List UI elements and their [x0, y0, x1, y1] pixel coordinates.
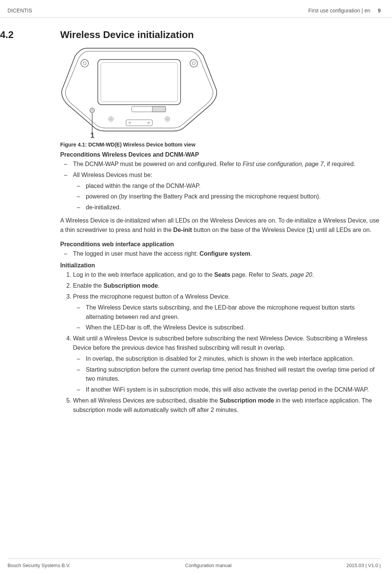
- svg-point-4: [190, 59, 198, 67]
- nested-list: In overlap, the subscription is disabled…: [73, 354, 381, 395]
- page-number: 9: [378, 8, 381, 14]
- preconditions-devices-heading: Preconditions Wireless Devices and DCNM-…: [60, 151, 381, 158]
- svg-rect-0: [98, 59, 181, 105]
- svg-point-3: [83, 62, 86, 65]
- list-item: placed within the range of the DCNM-WAP.: [86, 181, 381, 191]
- list-item: When all Wireless Devices are subscribed…: [73, 396, 381, 415]
- svg-point-5: [192, 62, 195, 65]
- svg-rect-16: [152, 107, 166, 112]
- list-item: de-initialized.: [86, 203, 381, 212]
- list-item: Starting subscription before the current…: [86, 365, 381, 384]
- svg-point-13: [129, 122, 131, 124]
- deinit-paragraph: A Wireless Device is de-initialized when…: [60, 216, 381, 235]
- footer-center: Configuration manual: [185, 563, 232, 568]
- initialization-heading: Initialization: [60, 262, 381, 269]
- list-item: Log in to the web interface application,…: [73, 270, 381, 280]
- svg-point-6: [90, 108, 94, 113]
- preconditions-web-list: The logged in user must have the access …: [60, 249, 381, 259]
- device-diagram-icon: 1: [60, 44, 218, 139]
- list-item: powered on (by inserting the Battery Pac…: [86, 192, 381, 201]
- preconditions-devices-list: The DCNM-WAP must be powered on and conf…: [60, 160, 381, 212]
- svg-point-7: [91, 110, 93, 111]
- device-figure: 1: [60, 44, 381, 139]
- list-item: Press the microphone request button of a…: [73, 292, 381, 332]
- svg-point-8: [109, 117, 113, 121]
- svg-rect-12: [126, 120, 152, 126]
- list-item: Enable the Subscription mode.: [73, 281, 381, 291]
- section-number: 4.2: [0, 29, 60, 419]
- header-left: DICENTIS: [8, 8, 32, 14]
- list-item: Wait until a Wireless Device is subscrib…: [73, 334, 381, 395]
- section-title: Wireless Device initialization: [60, 29, 381, 41]
- header-section: First use configuration | en: [308, 8, 370, 14]
- main-content: Wireless Device initialization: [60, 29, 381, 419]
- nested-list: The Wireless Device starts subscribing, …: [73, 303, 381, 332]
- list-item: In overlap, the subscription is disabled…: [86, 354, 381, 364]
- preconditions-web-heading: Preconditions web interface application: [60, 241, 381, 248]
- page-footer: Bosch Security Systems B.V. Configuratio…: [8, 558, 381, 568]
- svg-point-9: [110, 118, 112, 120]
- svg-rect-1: [101, 63, 178, 102]
- list-item: The logged in user must have the access …: [73, 249, 381, 259]
- svg-point-11: [167, 118, 169, 120]
- svg-point-14: [148, 122, 149, 124]
- page-header: DICENTIS First use configuration | en 9: [0, 0, 392, 18]
- list-item: When the LED-bar is off, the Wireless De…: [86, 323, 381, 332]
- list-item: All Wireless Devices must be: placed wit…: [73, 171, 381, 212]
- svg-point-10: [165, 117, 170, 121]
- header-right: First use configuration | en 9: [308, 8, 381, 14]
- figure-caption: Figure 4.1: DCNM-WD(E) Wireless Device b…: [60, 142, 381, 148]
- list-item: The Wireless Device starts subscribing, …: [86, 303, 381, 322]
- list-item: If another WiFi system is in subscriptio…: [86, 385, 381, 395]
- footer-right: 2015.03 | V1.0 |: [346, 563, 381, 568]
- initialization-steps: Log in to the web interface application,…: [60, 270, 381, 415]
- figure-callout-1: 1: [90, 131, 94, 139]
- list-item: The DCNM-WAP must be powered on and conf…: [73, 160, 381, 169]
- nested-list: placed within the range of the DCNM-WAP.…: [73, 181, 381, 212]
- footer-left: Bosch Security Systems B.V.: [8, 563, 70, 568]
- svg-point-2: [81, 59, 88, 67]
